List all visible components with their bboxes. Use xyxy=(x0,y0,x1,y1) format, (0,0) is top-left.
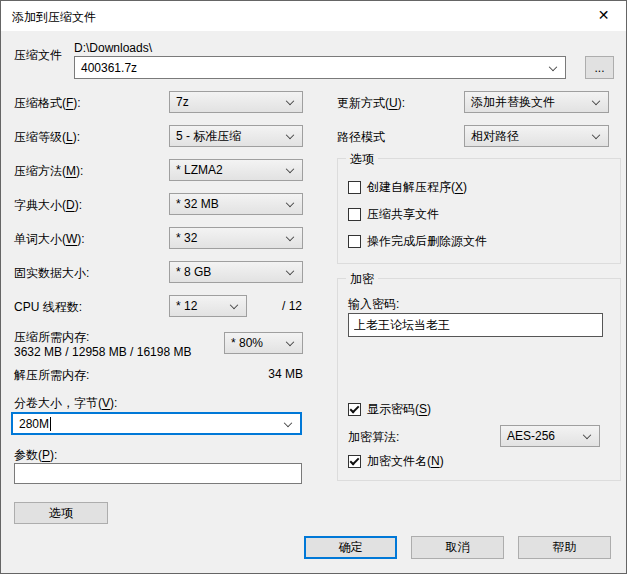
checkbox-icon xyxy=(348,235,361,248)
path-mode-select[interactable]: 相对路径 xyxy=(464,125,609,147)
delete-after-checkbox[interactable]: 操作完成后删除源文件 xyxy=(348,233,487,250)
ok-button[interactable]: 确定 xyxy=(304,536,397,559)
level-select[interactable]: 5 - 标准压缩 xyxy=(169,125,303,147)
update-mode-select[interactable]: 添加并替换文件 xyxy=(464,91,609,113)
parameters-label: 参数(P): xyxy=(14,447,57,464)
cancel-button[interactable]: 取消 xyxy=(411,536,504,559)
shared-files-checkbox[interactable]: 压缩共享文件 xyxy=(348,206,439,223)
password-input[interactable] xyxy=(348,313,603,337)
checkbox-icon xyxy=(348,403,361,416)
memory-decompress-value: 34 MB xyxy=(221,367,303,381)
cpu-threads-select[interactable]: * 12 xyxy=(169,295,247,317)
chevron-down-icon xyxy=(549,62,557,70)
memory-usage-select[interactable]: * 80% xyxy=(224,332,303,354)
word-size-label: 单词大小(W): xyxy=(14,231,85,248)
split-volume-label: 分卷大小，字节(V): xyxy=(14,395,117,412)
dialog-title: 添加到压缩文件 xyxy=(12,9,96,26)
format-label: 压缩格式(F): xyxy=(14,95,81,112)
dictionary-label: 字典大小(D): xyxy=(14,197,82,214)
chevron-down-icon xyxy=(592,131,600,139)
options-group-title: 选项 xyxy=(346,151,378,168)
level-label: 压缩等级(L): xyxy=(14,129,80,146)
archive-label: 压缩文件 xyxy=(14,47,62,64)
dictionary-select[interactable]: * 32 MB xyxy=(169,193,303,215)
update-mode-label: 更新方式(U): xyxy=(337,95,405,112)
show-password-checkbox[interactable]: 显示密码(S) xyxy=(348,401,431,418)
password-label: 输入密码: xyxy=(348,296,399,313)
titlebar: 添加到压缩文件 ✕ xyxy=(1,1,626,31)
chevron-down-icon xyxy=(583,431,591,439)
word-size-select[interactable]: * 32 xyxy=(169,227,303,249)
cpu-threads-label: CPU 线程数: xyxy=(14,299,82,316)
chevron-down-icon xyxy=(284,418,292,426)
method-select[interactable]: * LZMA2 xyxy=(169,159,303,181)
solid-block-label: 固实数据大小: xyxy=(14,265,89,282)
help-button[interactable]: 帮助 xyxy=(518,536,611,559)
chevron-down-icon xyxy=(286,199,294,207)
memory-compress-label: 压缩所需内存: xyxy=(14,329,89,346)
split-volume-combo[interactable]: 280M xyxy=(11,412,302,435)
archive-directory: D:\Downloads\ xyxy=(74,41,152,55)
options-button[interactable]: 选项 xyxy=(14,502,108,524)
encryption-method-select[interactable]: AES-256 xyxy=(500,425,600,447)
archive-name-combo[interactable]: 400361.7z xyxy=(74,56,566,79)
encrypt-names-checkbox[interactable]: 加密文件名(N) xyxy=(348,453,444,470)
solid-block-select[interactable]: * 8 GB xyxy=(169,261,303,283)
format-select[interactable]: 7z xyxy=(169,91,303,113)
encryption-method-label: 加密算法: xyxy=(348,429,399,446)
chevron-down-icon xyxy=(230,301,238,309)
encryption-group-title: 加密 xyxy=(346,271,378,288)
checkbox-icon xyxy=(348,455,361,468)
checkbox-icon xyxy=(348,181,361,194)
parameters-input[interactable] xyxy=(14,463,302,484)
chevron-down-icon xyxy=(286,338,294,346)
chevron-down-icon xyxy=(286,233,294,241)
memory-compress-detail: 3632 MB / 12958 MB / 16198 MB xyxy=(14,345,191,359)
chevron-down-icon xyxy=(286,131,294,139)
chevron-down-icon xyxy=(286,267,294,275)
memory-decompress-label: 解压所需内存: xyxy=(14,367,89,384)
chevron-down-icon xyxy=(286,165,294,173)
browse-button[interactable]: ... xyxy=(585,56,614,79)
chevron-down-icon xyxy=(592,97,600,105)
chevron-down-icon xyxy=(286,97,294,105)
method-label: 压缩方法(M): xyxy=(14,163,83,180)
sfx-checkbox[interactable]: 创建自解压程序(X) xyxy=(348,179,467,196)
cpu-threads-max: / 12 xyxy=(282,299,302,313)
close-icon[interactable]: ✕ xyxy=(581,1,626,30)
archive-name-value: 400361.7z xyxy=(81,61,137,75)
path-mode-label: 路径模式 xyxy=(337,129,385,146)
checkbox-icon xyxy=(348,208,361,221)
add-to-archive-dialog: 添加到压缩文件 ✕ 压缩文件 D:\Downloads\ 400361.7z .… xyxy=(0,0,627,574)
text-caret xyxy=(50,417,51,431)
